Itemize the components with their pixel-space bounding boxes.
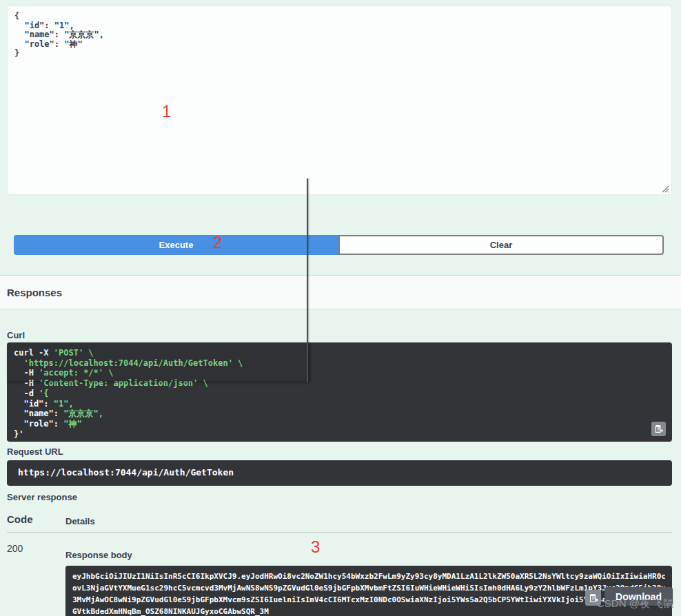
annotation-step-2: 2	[213, 233, 222, 252]
details-column-header: Details	[65, 516, 95, 526]
clear-button[interactable]: Clear	[338, 235, 664, 255]
response-body-label: Response body	[65, 550, 132, 560]
clipboard-copy-icon	[654, 424, 663, 433]
responses-title: Responses	[7, 287, 62, 298]
code-column-header: Code	[7, 513, 33, 525]
copy-curl-button[interactable]	[651, 422, 666, 436]
annotation-step-3: 3	[311, 537, 320, 557]
curl-command-block: curl -X 'POST' \ 'https://localhost:7044…	[7, 342, 672, 442]
curl-label: Curl	[7, 330, 25, 340]
table-divider	[7, 532, 672, 533]
watermark: CSDN @夜 飞鼠	[597, 597, 673, 610]
response-body-block: eyJhbGciOiJIUzI1NiIsInR5cCI6IkpXVCJ9.eyJ…	[65, 566, 672, 616]
curl-code-lines: curl -X 'POST' \ 'https://localhost:7044…	[14, 348, 665, 439]
status-code: 200	[7, 543, 23, 554]
annotation-step-1: 1	[162, 102, 171, 121]
server-response-label: Server response	[7, 492, 77, 502]
annotation-line	[307, 178, 308, 382]
execute-button[interactable]: Execute	[14, 235, 338, 255]
request-body-editor[interactable]: { "id": "1", "name": "京京京", "role": "神" …	[7, 6, 672, 195]
request-url-value: https://localhost:7044/api/Auth/GetToken	[7, 460, 672, 478]
request-url-block: https://localhost:7044/api/Auth/GetToken	[7, 460, 672, 486]
swagger-operation-panel: { "id": "1", "name": "京京京", "role": "神" …	[0, 0, 681, 616]
responses-section-header: Responses	[0, 275, 681, 309]
token-lines: eyJhbGciOiJIUzI1NiIsInR5cCI6IkpXVCJ9.eyJ…	[72, 571, 665, 616]
resize-grip-icon[interactable]	[660, 184, 669, 193]
request-url-label: Request URL	[7, 446, 63, 457]
